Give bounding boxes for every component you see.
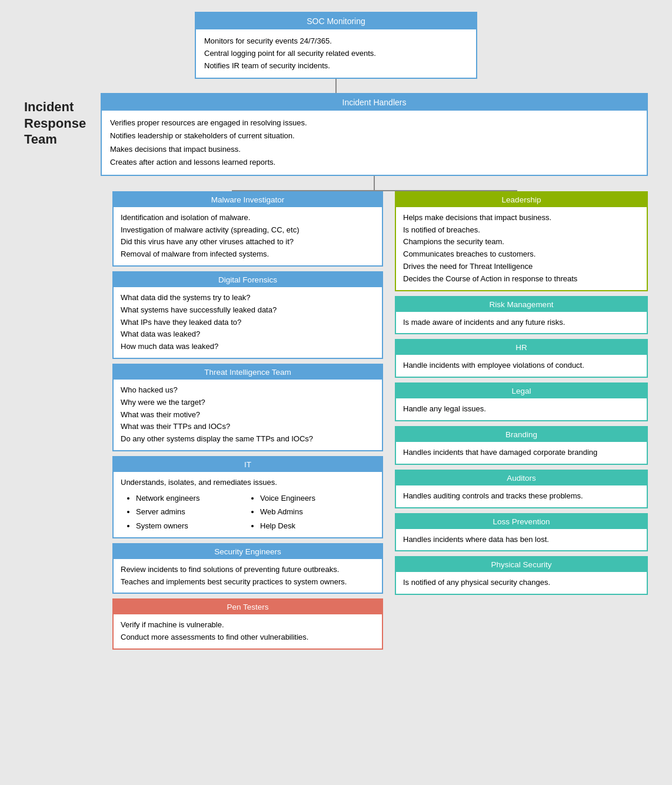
right-column: Leadership Helps make decisions that imp… xyxy=(395,191,648,650)
ir-to-cols-connector xyxy=(24,176,648,191)
diagram: SOC Monitoring Monitors for security eve… xyxy=(24,12,648,650)
legal-line-1: Handle any legal issues. xyxy=(403,403,640,415)
pen-testers-card: Pen Testers Verify if machine is vulnera… xyxy=(112,598,383,650)
it-body: Understands, isolates, and remediates is… xyxy=(114,472,382,537)
connector-spacer xyxy=(24,176,101,191)
it-bullet-5: Web Admins xyxy=(260,505,375,518)
it-bullet-6: Help Desk xyxy=(260,519,375,533)
it-intro: Understands, isolates, and remediates is… xyxy=(121,477,375,489)
se-line-1: Review incidents to find solutions of pr… xyxy=(121,564,375,576)
soc-line-1: Monitors for security events 24/7/365. xyxy=(204,35,468,48)
it-bullets-col2: Voice Engineers Web Admins Help Desk xyxy=(251,491,375,533)
security-engineers-body: Review incidents to find solutions of pr… xyxy=(114,559,382,593)
legal-title: Legal xyxy=(396,384,647,398)
malware-card: Malware Investigator Identification and … xyxy=(112,191,383,267)
vline-ir-split xyxy=(374,176,375,191)
lead-line-5: Drives the need for Threat Intelligence xyxy=(403,261,640,273)
ir-body: Verifies proper resources are engaged in… xyxy=(102,111,647,174)
soc-box: SOC Monitoring Monitors for security eve… xyxy=(195,12,477,79)
pt-line-2: Conduct more assessments to find other v… xyxy=(121,631,375,644)
ir-title: Incident Handlers xyxy=(102,94,647,111)
ir-section: IncidentResponseTeam Incident Handlers V… xyxy=(24,93,648,175)
leadership-title: Leadership xyxy=(396,192,647,207)
digital-forensics-body: What data did the systems try to leak? W… xyxy=(114,287,382,358)
branding-body: Handles incidents that have damaged corp… xyxy=(396,442,647,464)
lead-line-3: Champions the security team. xyxy=(403,236,640,248)
digital-forensics-title: Digital Forensics xyxy=(114,272,382,287)
ir-box-wrapper: Incident Handlers Verifies proper resour… xyxy=(101,93,648,175)
it-bullets-col1: Network engineers Server admins System o… xyxy=(127,491,251,533)
risk-management-title: Risk Management xyxy=(396,297,647,312)
ti-line-3: What was their motive? xyxy=(121,409,375,421)
soc-line-3: Notifies IR team of security incidents. xyxy=(204,60,468,72)
columns-wrapper: Malware Investigator Identification and … xyxy=(24,191,648,650)
malware-line-3: Did this virus have any other viruses at… xyxy=(121,236,375,248)
connector-area xyxy=(101,176,648,191)
malware-line-2: Investigation of malware activity (sprea… xyxy=(121,224,375,237)
threat-intel-title: Threat Intelligence Team xyxy=(114,365,382,380)
soc-title: SOC Monitoring xyxy=(196,13,476,29)
loss-prevention-body: Handles incidents where data has ben los… xyxy=(396,529,647,551)
vline-left-start xyxy=(232,190,233,191)
vline-soc-ir xyxy=(335,79,337,93)
left-column: Malware Investigator Identification and … xyxy=(112,191,383,650)
branding-line-1: Handles incidents that have damaged corp… xyxy=(403,447,640,459)
rm-line-1: Is made aware of incidents and any futur… xyxy=(403,317,640,329)
ti-line-2: Why were we the target? xyxy=(121,397,375,409)
threat-intel-body: Who hacked us? Why were we the target? W… xyxy=(114,380,382,450)
ps-line-1: Is notified of any physical security cha… xyxy=(403,577,640,589)
pen-testers-title: Pen Testers xyxy=(114,600,382,614)
physical-security-title: Physical Security xyxy=(396,557,647,572)
branding-card: Branding Handles incidents that have dam… xyxy=(395,426,648,465)
ir-line-4: Creates after action and lessons learned… xyxy=(110,156,638,169)
lead-line-6: Decides the Course of Action in response… xyxy=(403,273,640,285)
auditors-line-1: Handles auditing controls and tracks the… xyxy=(403,490,640,503)
risk-management-card: Risk Management Is made aware of inciden… xyxy=(395,296,648,335)
auditors-body: Handles auditing controls and tracks the… xyxy=(396,485,647,507)
ir-line-1: Verifies proper resources are engaged in… xyxy=(110,117,638,129)
it-card: IT Understands, isolates, and remediates… xyxy=(112,456,383,538)
auditors-card: Auditors Handles auditing controls and t… xyxy=(395,470,648,508)
df-line-1: What data did the systems try to leak? xyxy=(121,292,375,304)
physical-security-body: Is notified of any physical security cha… xyxy=(396,572,647,594)
se-line-2: Teaches and implements best security pra… xyxy=(121,576,375,588)
ti-line-1: Who hacked us? xyxy=(121,384,375,397)
legal-card: Legal Handle any legal issues. xyxy=(395,382,648,421)
lp-line-1: Handles incidents where data has ben los… xyxy=(403,534,640,546)
it-bullet-3: System owners xyxy=(136,519,251,533)
pen-testers-body: Verify if machine is vulnerable. Conduct… xyxy=(114,614,382,648)
hr-title: HR xyxy=(396,340,647,355)
malware-body: Identification and isolation of malware.… xyxy=(114,207,382,265)
it-title: IT xyxy=(114,457,382,472)
col-spacer xyxy=(24,191,101,650)
hr-body: Handle incidents with employee violation… xyxy=(396,355,647,377)
security-engineers-card: Security Engineers Review incidents to f… xyxy=(112,543,383,594)
leadership-body: Helps make decisions that impact busines… xyxy=(396,207,647,290)
df-line-2: What systems have successfully leaked da… xyxy=(121,304,375,317)
soc-to-ir-connector xyxy=(24,79,648,93)
malware-title: Malware Investigator xyxy=(114,192,382,207)
ir-line-3: Makes decisions that impact business. xyxy=(110,143,638,156)
ti-line-4: What was their TTPs and IOCs? xyxy=(121,421,375,433)
it-bullets: Network engineers Server admins System o… xyxy=(127,491,375,533)
df-line-5: How much data was leaked? xyxy=(121,341,375,353)
hline-split xyxy=(232,190,517,191)
hr-card: HR Handle incidents with employee violat… xyxy=(395,339,648,378)
loss-prevention-title: Loss Prevention xyxy=(396,514,647,529)
branding-title: Branding xyxy=(396,427,647,442)
lead-line-1: Helps make decisions that impact busines… xyxy=(403,212,640,224)
risk-management-body: Is made aware of incidents and any futur… xyxy=(396,312,647,334)
ir-spacer: IncidentResponseTeam xyxy=(24,93,101,148)
df-line-4: What data was leaked? xyxy=(121,328,375,341)
hr-line-1: Handle incidents with employee violation… xyxy=(403,360,640,372)
ir-line-2: Notifies leadership or stakeholders of c… xyxy=(110,129,638,142)
leadership-card: Leadership Helps make decisions that imp… xyxy=(395,191,648,291)
pt-line-1: Verify if machine is vulnerable. xyxy=(121,619,375,631)
lead-line-2: Is notified of breaches. xyxy=(403,224,640,237)
ti-line-5: Do any other systems display the same TT… xyxy=(121,433,375,445)
soc-container: SOC Monitoring Monitors for security eve… xyxy=(24,12,648,79)
auditors-title: Auditors xyxy=(396,471,647,485)
ir-label: IncidentResponseTeam xyxy=(24,93,101,148)
it-bullet-1: Network engineers xyxy=(136,491,251,505)
security-engineers-title: Security Engineers xyxy=(114,544,382,559)
